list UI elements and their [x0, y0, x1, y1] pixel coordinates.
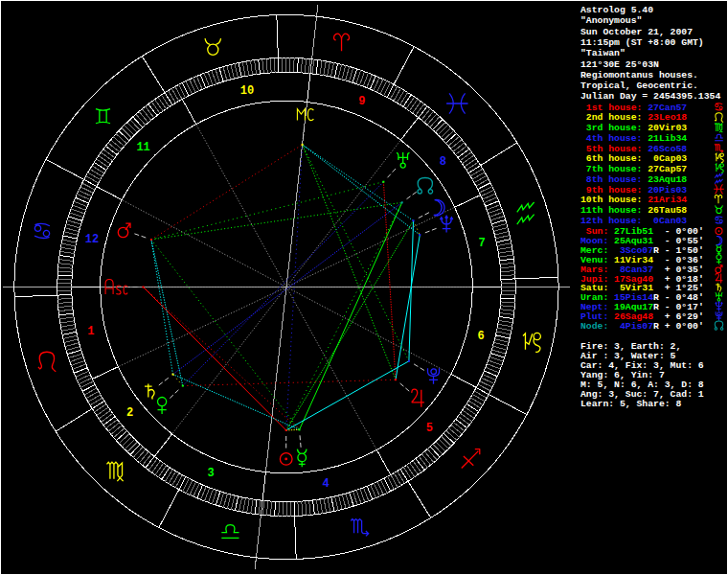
svg-text:23Leo18: 23Leo18 [642, 112, 687, 123]
svg-text:11: 11 [136, 141, 149, 154]
svg-text:10: 10 [240, 84, 254, 98]
svg-text:20Pis03: 20Pis03 [642, 185, 687, 196]
svg-text:11th house:: 11th house: [580, 205, 642, 216]
svg-text:12th house:: 12th house: [580, 216, 642, 226]
svg-text:+ 0°00': + 0°00' [665, 321, 704, 332]
svg-text:R: R [653, 321, 659, 332]
svg-text:21Ari34: 21Ari34 [642, 195, 687, 205]
svg-text:7: 7 [479, 237, 486, 250]
svg-text:Sun October 21, 2007: Sun October 21, 2007 [580, 27, 693, 37]
svg-text:0Cap03: 0Cap03 [642, 153, 687, 164]
svg-text:26Sco58: 26Sco58 [642, 144, 687, 154]
svg-text:23Aqu18: 23Aqu18 [642, 174, 687, 185]
svg-text:3: 3 [207, 467, 214, 480]
svg-text:6th house:: 6th house: [580, 153, 642, 164]
svg-text:2: 2 [126, 406, 133, 420]
svg-text:R: R [653, 245, 659, 256]
svg-text:4Pis07: 4Pis07 [614, 321, 653, 332]
svg-text:6: 6 [477, 330, 484, 343]
svg-text:121°30E 25°03N: 121°30E 25°03N [580, 59, 659, 70]
svg-text:Regiomontanus houses.: Regiomontanus houses. [580, 70, 698, 80]
svg-text:4: 4 [322, 477, 329, 491]
svg-text:R: R [653, 302, 659, 312]
svg-text:27Cap57: 27Cap57 [642, 164, 687, 174]
svg-text:9th house:: 9th house: [580, 185, 642, 196]
svg-text:Julian Day = 2454395.1354: Julian Day = 2454395.1354 [580, 91, 720, 102]
svg-text:9: 9 [358, 95, 365, 108]
svg-text:7th house:: 7th house: [580, 164, 642, 174]
svg-text:20Vir03: 20Vir03 [642, 123, 687, 133]
svg-text:21Lib34: 21Lib34 [642, 133, 687, 144]
svg-text:5: 5 [426, 422, 433, 435]
svg-text:11:15pm (ST +8:00 GMT): 11:15pm (ST +8:00 GMT) [580, 37, 704, 48]
svg-text:8th house:: 8th house: [580, 174, 642, 185]
svg-text:10th house:: 10th house: [580, 195, 642, 205]
svg-text:1st house:: 1st house: [580, 103, 642, 113]
svg-text:27Can57: 27Can57 [642, 103, 687, 113]
svg-text:Astrolog 5.40: Astrolog 5.40 [580, 5, 653, 15]
svg-text:"Taiwan": "Taiwan" [580, 48, 626, 58]
svg-text:4th house:: 4th house: [580, 133, 642, 144]
svg-text:12: 12 [85, 233, 99, 246]
svg-text:Node:: Node: [580, 321, 608, 332]
svg-text:0Can03: 0Can03 [642, 216, 687, 226]
svg-text:1: 1 [87, 325, 94, 338]
svg-text:Tropical, Geocentric.: Tropical, Geocentric. [580, 80, 698, 91]
svg-text:2nd house:: 2nd house: [580, 112, 642, 123]
svg-text:"Anonymous": "Anonymous" [580, 15, 642, 26]
svg-text:3rd house:: 3rd house: [580, 123, 642, 133]
svg-text:8: 8 [440, 155, 446, 169]
svg-text:Learn: 5, Share: 8: Learn: 5, Share: 8 [580, 399, 681, 409]
svg-text:5th house:: 5th house: [580, 144, 642, 154]
svg-text:26Tau58: 26Tau58 [642, 205, 687, 216]
